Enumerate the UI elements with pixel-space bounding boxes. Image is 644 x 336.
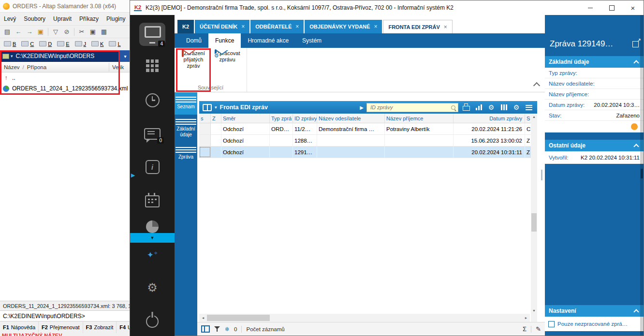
fkey-f1-help[interactable]: F1Nápověda xyxy=(0,321,39,333)
sidebar-item-history[interactable] xyxy=(130,93,175,107)
open-in-window-icon[interactable]: ↗ xyxy=(632,41,639,47)
chart-icon[interactable] xyxy=(474,102,483,112)
fkey-f4-edit[interactable]: F4U xyxy=(117,321,131,333)
sidebar-item-desktop[interactable]: 4 xyxy=(130,23,175,46)
k2-titlebar[interactable]: K2 K2(3) [DEMO] - Demonstrační firma Tra… xyxy=(130,0,644,15)
sidebar-item-settings[interactable]: ⚙ xyxy=(130,282,175,293)
back-icon[interactable]: ← xyxy=(13,27,24,37)
grid-settings-icon[interactable]: ⚙ xyxy=(512,102,521,112)
search-icon[interactable] xyxy=(451,105,455,110)
paste-icon[interactable]: ▦ xyxy=(99,27,109,37)
print-icon[interactable] xyxy=(461,102,471,112)
column-header-id[interactable]: ID zprávy xyxy=(293,114,317,123)
path-bar[interactable]: ▾ C:\K2EDINEW\Input\ORDERS ▾ xyxy=(0,50,131,62)
drive-j[interactable]: J xyxy=(73,39,89,49)
collapse-ribbon-icon[interactable] xyxy=(533,82,540,89)
menu-levy[interactable]: Levý xyxy=(0,15,20,22)
list-item-xml-file[interactable]: ORDERS_11_2024_1_12923556593734.xml xyxy=(0,83,131,94)
fkey-f3-view[interactable]: F3Zobrazit xyxy=(83,321,117,333)
columns-icon[interactable] xyxy=(499,102,509,112)
sidebar-item-ai[interactable]: ✦✧ xyxy=(130,251,175,259)
next-filter-icon[interactable]: ▶ xyxy=(360,105,364,110)
tab-close-icon[interactable]: × xyxy=(374,23,377,30)
panel-scroll-thumb[interactable] xyxy=(641,169,643,178)
drive-b[interactable]: B xyxy=(1,39,18,49)
ribbon-tab-system[interactable]: Systém xyxy=(295,33,328,48)
nav-item-zakladni-udaje[interactable]: Základní údaje xyxy=(175,115,197,143)
column-header-z[interactable]: Z xyxy=(211,114,221,123)
edit-pencil-icon[interactable]: ✎ xyxy=(536,325,541,333)
column-header-datum[interactable]: Datum zprávy xyxy=(454,114,525,123)
ribbon-tab-domu[interactable]: Domů xyxy=(179,33,208,48)
menu-icon[interactable] xyxy=(524,102,534,112)
collapse-section-icon[interactable] xyxy=(633,309,639,314)
grid-view-icon[interactable] xyxy=(201,325,210,333)
hot-paths-icon[interactable]: ▣ xyxy=(35,27,46,37)
column-header-stav[interactable]: S xyxy=(525,114,531,123)
refresh-snowflake-icon[interactable]: ❄ xyxy=(225,326,230,333)
book-icon[interactable] xyxy=(203,104,212,111)
salamander-titlebar[interactable]: ORDERS - Altap Salamander 3.08 (x64) xyxy=(0,0,131,13)
column-header-typ[interactable]: Typ zprá xyxy=(270,114,293,123)
row-selector-cell[interactable] xyxy=(199,146,211,158)
drive-c[interactable]: C xyxy=(19,39,36,49)
filter-icon[interactable]: ▽ xyxy=(50,27,61,37)
path-history-button[interactable]: ▾ xyxy=(120,50,131,62)
collapse-section-icon[interactable] xyxy=(633,60,639,65)
forward-icon[interactable]: → xyxy=(24,27,35,37)
menu-soubory[interactable]: Soubory xyxy=(20,15,49,22)
tab-close-icon[interactable]: × xyxy=(444,24,447,30)
tab-close-icon[interactable]: × xyxy=(241,23,245,30)
menu-pluginy[interactable]: Pluginy xyxy=(102,15,129,22)
panel-scrollbar[interactable] xyxy=(640,15,644,336)
column-header-ext[interactable]: Přípona xyxy=(27,64,46,70)
drive-e[interactable]: E xyxy=(55,39,72,49)
collapse-section-icon[interactable] xyxy=(633,144,639,149)
tab-close-icon[interactable]: × xyxy=(295,23,299,30)
chevron-down-icon[interactable]: ▾ xyxy=(215,105,217,110)
list-item-updir[interactable]: ↑ .. xyxy=(0,73,131,83)
column-header-prijemce[interactable]: Název příjemce xyxy=(385,114,454,123)
tab-ucetni-denik[interactable]: ÚČETNÍ DENÍK × xyxy=(195,20,249,33)
classify-received-messages-button[interactable]: Zařazení přijatých zpráv xyxy=(177,50,209,83)
sidebar-item-messages[interactable]: 0 xyxy=(130,128,175,140)
drive-l[interactable]: L xyxy=(106,39,123,49)
menu-prikazy[interactable]: Příkazy xyxy=(75,15,102,22)
ribbon-tab-hromadne-akce[interactable]: Hromadné akce xyxy=(241,33,295,48)
row-selector-cell[interactable] xyxy=(199,135,211,146)
no-filter-icon[interactable]: ⊘ xyxy=(61,27,72,37)
close-button[interactable]: × xyxy=(622,1,644,15)
horizontal-scrollbar[interactable]: ◄ ► xyxy=(199,314,530,322)
row-selector-cell[interactable] xyxy=(199,123,211,134)
column-header-s[interactable]: s xyxy=(199,114,211,123)
cut-icon[interactable]: ✂ xyxy=(76,27,87,37)
horizontal-scroll-thumb[interactable] xyxy=(207,315,270,321)
table-row-selected[interactable]: Odchozí 1291… 20.02.2024 10:31:11 Z xyxy=(199,146,531,158)
process-message-button[interactable]: ⚙ Zpracovat zprávu xyxy=(211,50,243,83)
automation-icon[interactable]: ⚙ xyxy=(486,102,496,112)
scroll-right-icon[interactable]: ► xyxy=(522,314,530,322)
search-input[interactable] xyxy=(369,104,451,111)
column-header-size[interactable]: Velik xyxy=(109,63,131,72)
sidebar-item-logout[interactable] xyxy=(130,312,175,328)
vertical-scrollbar[interactable]: ▲ ▼ xyxy=(531,114,537,314)
table-row[interactable]: Odchozí ORD… 11/2… Demonstrační firma … … xyxy=(199,123,531,135)
tab-objednavky-vydane[interactable]: OBJEDNÁVKY VYDANÉ × xyxy=(305,20,382,33)
fkey-f2-rename[interactable]: F2Přejmenovat xyxy=(39,321,83,333)
maximize-button[interactable] xyxy=(601,1,622,15)
command-line[interactable]: C:\K2EDINEW\Input\ORDERS> xyxy=(0,310,131,321)
nav-item-zprava[interactable]: Zpráva xyxy=(175,143,197,165)
drive-d[interactable]: D xyxy=(37,39,54,49)
drive-k[interactable]: K xyxy=(89,39,106,49)
scroll-left-icon[interactable]: ◄ xyxy=(199,314,207,322)
sidebar-item-reports[interactable] xyxy=(130,220,175,233)
sidebar-item-modules[interactable] xyxy=(130,59,175,72)
ribbon-tab-funkce[interactable]: Funkce xyxy=(208,33,241,48)
sidebar-item-calendar[interactable] xyxy=(130,193,175,207)
nav-item-seznam[interactable]: Seznam xyxy=(175,92,197,115)
tab-k2[interactable]: K2 xyxy=(177,20,194,33)
panels-icon[interactable]: ▤ xyxy=(2,27,13,37)
scroll-down-icon[interactable]: ▼ xyxy=(531,307,537,314)
current-path[interactable]: C:\K2EDINEW\Input\ORDERS xyxy=(13,53,120,59)
minimize-button[interactable] xyxy=(580,1,601,15)
